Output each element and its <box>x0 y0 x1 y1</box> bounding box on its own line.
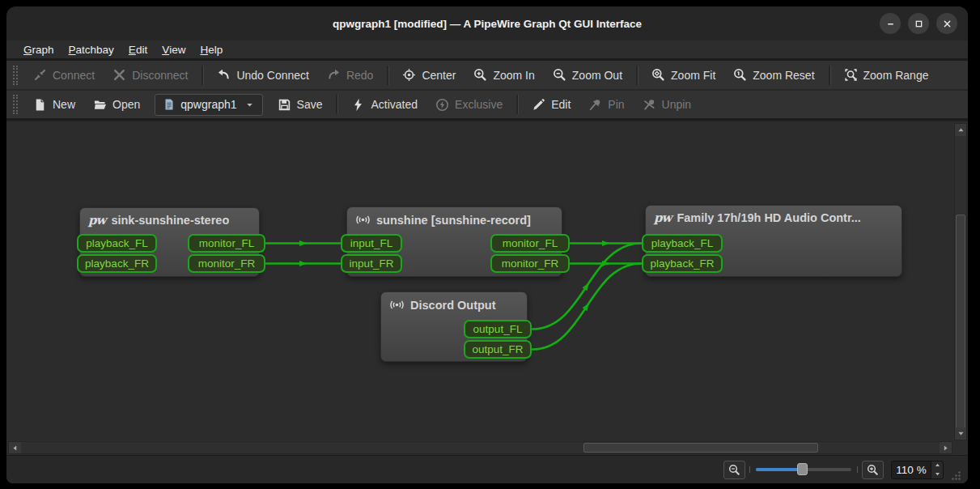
scroll-up-button[interactable] <box>955 124 966 136</box>
zoom-in-icon <box>473 68 487 82</box>
menu-patchbay[interactable]: Patchbay <box>62 40 121 58</box>
zoom-out-button[interactable] <box>723 461 745 479</box>
toolbar-button-edit[interactable]: Edit <box>523 93 579 117</box>
scroll-down-button[interactable] <box>955 427 966 440</box>
menu-edit[interactable]: Edit <box>121 40 155 58</box>
menu-label: G <box>23 44 32 56</box>
toolbar-button-label: New <box>53 98 75 111</box>
port-sunshine-input_FR[interactable]: input_FR <box>341 254 402 273</box>
toolbar-button-center[interactable]: Center <box>393 63 465 87</box>
spinbox-arrows <box>931 461 943 478</box>
zoom-slider-handle[interactable] <box>797 463 808 475</box>
pencil-icon <box>532 98 545 112</box>
menu-label: H <box>200 44 208 56</box>
zoom-slider[interactable] <box>756 461 851 478</box>
pin-icon <box>588 98 602 112</box>
graph-canvas[interactable]: pwsink-sunshine-stereosunshine [sunshine… <box>6 121 968 455</box>
bolt-circle-icon <box>435 98 449 112</box>
toolbar-button-zoom-fit[interactable]: Zoom Fit <box>643 63 724 87</box>
spin-down-button[interactable] <box>931 470 943 478</box>
horizontal-scrollbar[interactable] <box>8 441 952 454</box>
toolbar-button-undo-connect[interactable]: Undo Connect <box>208 63 318 87</box>
port-discord-output-output_FR[interactable]: output_FR <box>464 340 532 359</box>
port-sunshine-input_FL[interactable]: input_FL <box>341 234 402 253</box>
port-discord-output-output_FL[interactable]: output_FL <box>464 320 532 338</box>
close-button[interactable] <box>936 13 957 34</box>
port-sink-sunshine-stereo-monitor_FL[interactable]: monitor_FL <box>188 234 265 253</box>
port-family-audio-playback_FL[interactable]: playback_FL <box>642 234 723 253</box>
scroll-right-button[interactable] <box>940 442 952 453</box>
disconnect-icon <box>112 68 126 82</box>
maximize-button[interactable] <box>908 13 929 34</box>
port-sink-sunshine-stereo-monitor_FR[interactable]: monitor_FR <box>188 254 265 273</box>
port-family-audio-playback_FR[interactable]: playback_FR <box>642 254 723 273</box>
toolbar-button-connect[interactable]: Connect <box>24 63 104 87</box>
vertical-scrollbar[interactable] <box>954 123 967 440</box>
port-sunshine-monitor_FR[interactable]: monitor_FR <box>490 254 570 273</box>
toolbar-button-label: Save <box>297 98 323 111</box>
zoom-percent-value[interactable]: 110 % <box>892 464 931 476</box>
toolbar-button-pin[interactable]: Pin <box>579 93 633 117</box>
menu-label: E <box>129 44 136 56</box>
minimize-button[interactable] <box>880 13 901 34</box>
slider-tick <box>857 466 858 473</box>
toolbar-button-disconnect[interactable]: Disconnect <box>104 63 197 87</box>
toolbar-separator <box>516 95 518 114</box>
zoom-out-icon <box>728 464 740 476</box>
menu-label: iew <box>169 44 185 56</box>
toolbar-separator <box>336 95 337 114</box>
toolbar-button-label: Zoom In <box>493 69 534 82</box>
menu-help[interactable]: Help <box>193 40 230 58</box>
toolbar-separator <box>636 66 638 85</box>
scroll-left-button[interactable] <box>9 442 21 453</box>
toolbar-button-label: Activated <box>371 98 418 111</box>
chevron-down-icon <box>244 100 255 110</box>
toolbar-button-zoom-reset[interactable]: Zoom Reset <box>724 63 823 87</box>
resize-grip[interactable] <box>951 470 961 481</box>
save-icon <box>278 98 291 112</box>
window-controls <box>880 13 957 34</box>
toolbar-button-activated[interactable]: Activated <box>342 93 426 117</box>
toolbar-button-label: Edit <box>551 98 571 111</box>
toolbar-button-zoom-in[interactable]: Zoom In <box>465 63 543 87</box>
zoom-reset-icon <box>733 68 747 82</box>
toolbar-button-redo[interactable]: Redo <box>318 63 382 87</box>
toolbar-button-zoom-out[interactable]: Zoom Out <box>544 63 631 87</box>
toolbar-drag-handle[interactable] <box>13 95 18 114</box>
toolbar-separator <box>829 66 830 85</box>
toolbar-button-new[interactable]: New <box>24 93 84 117</box>
port-sunshine-monitor_FL[interactable]: monitor_FL <box>490 234 570 253</box>
window-title: qpwgraph1 [modified] — A PipeWire Graph … <box>333 18 642 30</box>
arrow-down-icon <box>957 429 965 438</box>
toolbar-button-open[interactable]: Open <box>84 93 149 117</box>
open-icon <box>93 98 107 112</box>
toolbar-patchbay: NewOpenqpwgraph1SaveActivatedExclusiveEd… <box>6 91 968 121</box>
zoom-percent-spinbox[interactable]: 110 % <box>891 461 944 479</box>
titlebar[interactable]: qpwgraph1 [modified] — A PipeWire Graph … <box>6 6 968 40</box>
toolbar-button-save[interactable]: Save <box>269 93 332 117</box>
menu-view[interactable]: View <box>155 40 193 58</box>
menu-label: raph <box>32 44 54 56</box>
toolbar-button-label: Undo Connect <box>236 69 309 82</box>
vertical-scrollbar-thumb[interactable] <box>956 215 965 431</box>
toolbar-button-zoom-range[interactable]: Zoom Range <box>835 63 938 87</box>
menu-graph[interactable]: Graph <box>16 40 62 58</box>
toolbar-separator <box>387 66 388 85</box>
patchbay-selector[interactable]: qpwgraph1 <box>155 94 262 116</box>
toolbar-button-label: Exclusive <box>455 98 503 111</box>
toolbar-button-label: Pin <box>608 98 624 111</box>
zoom-range-icon <box>844 68 858 82</box>
horizontal-scrollbar-thumb[interactable] <box>583 443 818 453</box>
toolbar-button-unpin[interactable]: Unpin <box>634 93 701 117</box>
toolbar-button-exclusive[interactable]: Exclusive <box>426 93 511 117</box>
spin-up-button[interactable] <box>931 461 943 470</box>
toolbar-button-label: Redo <box>346 69 373 82</box>
zoom-in-button[interactable] <box>862 461 884 479</box>
new-icon <box>33 98 47 112</box>
port-sink-sunshine-stereo-playback_FR[interactable]: playback_FR <box>77 254 157 273</box>
port-sink-sunshine-stereo-playback_FL[interactable]: playback_FL <box>77 234 157 253</box>
toolbar-drag-handle[interactable] <box>13 66 18 85</box>
toolbar-graph: ConnectDisconnectUndo ConnectRedoCenterZ… <box>6 61 968 91</box>
statusbar: 110 % <box>6 455 968 483</box>
menu-label: P <box>69 44 76 56</box>
